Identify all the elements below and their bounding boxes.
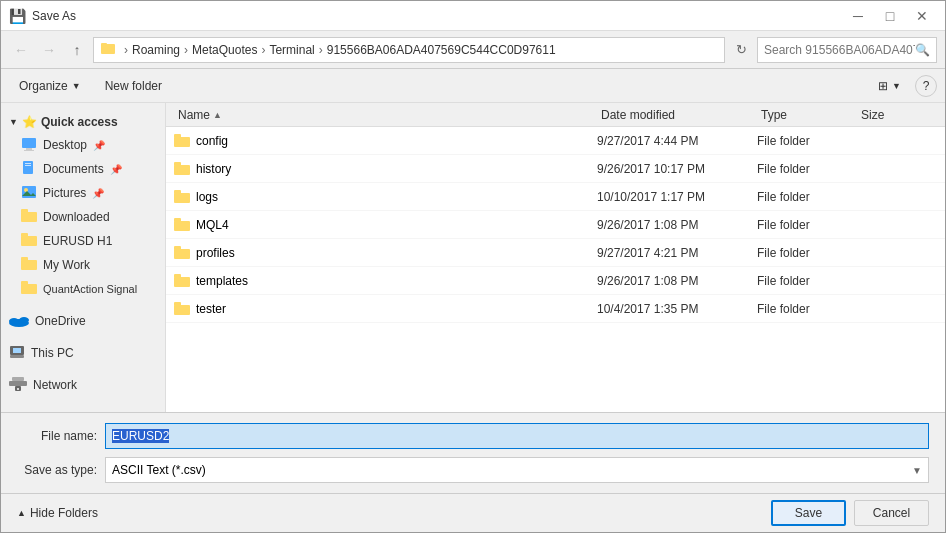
forward-button[interactable]: →	[37, 38, 61, 62]
save-label: Save	[795, 506, 822, 520]
table-row[interactable]: config 9/27/2017 4:44 PM File folder	[166, 127, 945, 155]
organize-button[interactable]: Organize ▼	[9, 73, 91, 99]
path-separator-2: ›	[184, 43, 188, 57]
sort-arrow-icon: ▲	[213, 110, 222, 120]
column-header-size[interactable]: Size	[857, 108, 937, 122]
cancel-button[interactable]: Cancel	[854, 500, 929, 526]
table-row[interactable]: tester 10/4/2017 1:35 PM File folder	[166, 295, 945, 323]
sidebar-item-network[interactable]: Network	[1, 373, 165, 397]
sidebar-item-network-label: Network	[33, 378, 77, 392]
file-name-cell: logs	[196, 190, 218, 204]
refresh-button[interactable]: ↻	[729, 38, 753, 62]
sidebar-item-downloaded[interactable]: Downloaded	[1, 205, 165, 229]
path-separator-1: ›	[124, 43, 128, 57]
path-separator-3: ›	[261, 43, 265, 57]
view-chevron-icon: ▼	[892, 81, 901, 91]
minimize-button[interactable]: ─	[843, 1, 873, 31]
folder-nav-icon	[100, 40, 116, 59]
file-type-cell: File folder	[757, 302, 857, 316]
action-row: ▲ Hide Folders Save Cancel	[1, 493, 945, 532]
svg-rect-42	[174, 302, 181, 306]
svg-rect-38	[174, 246, 181, 250]
svg-rect-11	[21, 212, 37, 222]
sidebar-item-desktop[interactable]: Desktop 📌	[1, 133, 165, 157]
svg-point-20	[9, 318, 19, 324]
save-button[interactable]: Save	[771, 500, 846, 526]
new-folder-label: New folder	[105, 79, 162, 93]
search-input[interactable]	[764, 43, 915, 57]
table-row[interactable]: templates 9/26/2017 1:08 PM File folder	[166, 267, 945, 295]
filename-label: File name:	[17, 429, 97, 443]
path-part-4: 915566BA06ADA407569C544CC0D97611	[327, 43, 556, 57]
window-title: Save As	[32, 9, 76, 23]
column-header-name[interactable]: Name ▲	[174, 108, 597, 122]
saveastype-label: Save as type:	[17, 463, 97, 477]
view-button[interactable]: ⊞ ▼	[868, 73, 911, 99]
folder-row-icon	[174, 218, 190, 231]
path-inner: › Roaming › MetaQuotes › Terminal › 9155…	[100, 40, 556, 59]
file-name-cell: history	[196, 162, 231, 176]
sidebar-item-thispc[interactable]: This PC	[1, 341, 165, 365]
file-rows-container: config 9/27/2017 4:44 PM File folder his…	[166, 127, 945, 323]
svg-rect-5	[23, 161, 33, 174]
svg-rect-27	[12, 377, 24, 381]
column-header-type[interactable]: Type	[757, 108, 857, 122]
organize-label: Organize	[19, 79, 68, 93]
folder-row-icon	[174, 190, 190, 203]
file-date-cell: 9/26/2017 1:08 PM	[597, 274, 757, 288]
filename-input[interactable]	[105, 423, 929, 449]
folder-row-icon	[174, 274, 190, 287]
saveastype-dropdown[interactable]: ASCII Text (*.csv) ▼	[105, 457, 929, 483]
sidebar-item-eurusd-label: EURUSD H1	[43, 234, 112, 248]
file-type-cell: File folder	[757, 218, 857, 232]
svg-rect-6	[25, 163, 31, 164]
up-button[interactable]: ↑	[65, 38, 89, 62]
search-box[interactable]: 🔍	[757, 37, 937, 63]
sidebar-item-documents[interactable]: Documents 📌	[1, 157, 165, 181]
column-header-date[interactable]: Date modified	[597, 108, 757, 122]
desktop-icon	[21, 136, 37, 155]
title-controls: ─ □ ✕	[843, 1, 937, 31]
svg-rect-7	[25, 165, 31, 166]
quantaction-folder-icon	[21, 281, 37, 297]
onedrive-icon	[9, 313, 29, 330]
quick-access-chevron-icon: ▼	[9, 117, 18, 127]
sidebar-item-mywork[interactable]: My Work	[1, 253, 165, 277]
table-row[interactable]: history 9/26/2017 10:17 PM File folder	[166, 155, 945, 183]
maximize-button[interactable]: □	[875, 1, 905, 31]
svg-rect-12	[21, 209, 28, 213]
help-button[interactable]: ?	[915, 75, 937, 97]
table-row[interactable]: MQL4 9/26/2017 1:08 PM File folder	[166, 211, 945, 239]
svg-rect-31	[174, 165, 190, 175]
address-path[interactable]: › Roaming › MetaQuotes › Terminal › 9155…	[93, 37, 725, 63]
address-bar: ← → ↑ › Roaming › MetaQuotes › Terminal …	[1, 31, 945, 69]
table-row[interactable]: profiles 9/27/2017 4:21 PM File folder	[166, 239, 945, 267]
svg-rect-8	[22, 186, 36, 198]
back-button[interactable]: ←	[9, 38, 33, 62]
column-name-label: Name	[178, 108, 210, 122]
hide-folders-button[interactable]: ▲ Hide Folders	[17, 506, 98, 520]
table-row[interactable]: logs 10/10/2017 1:17 PM File folder	[166, 183, 945, 211]
cancel-label: Cancel	[873, 506, 910, 520]
file-date-cell: 9/26/2017 1:08 PM	[597, 218, 757, 232]
new-folder-button[interactable]: New folder	[95, 73, 172, 99]
file-name-cell: tester	[196, 302, 226, 316]
file-type-cell: File folder	[757, 190, 857, 204]
close-button[interactable]: ✕	[907, 1, 937, 31]
sidebar-item-eurusd[interactable]: EURUSD H1	[1, 229, 165, 253]
sidebar-item-pictures[interactable]: Pictures 📌	[1, 181, 165, 205]
pin-icon: 📌	[93, 140, 105, 151]
hide-folders-label: Hide Folders	[30, 506, 98, 520]
downloaded-folder-icon	[21, 209, 37, 225]
quick-access-icon: ⭐	[22, 115, 37, 129]
svg-rect-39	[174, 277, 190, 287]
svg-rect-40	[174, 274, 181, 278]
saveastype-row: Save as type: ASCII Text (*.csv) ▼	[17, 457, 929, 483]
quick-access-header[interactable]: ▼ ⭐ Quick access	[1, 111, 165, 133]
sidebar-item-thispc-label: This PC	[31, 346, 74, 360]
sidebar-item-quantaction[interactable]: QuantAction Signal	[1, 277, 165, 301]
quick-access-label: Quick access	[41, 115, 118, 129]
svg-rect-24	[13, 348, 21, 353]
sidebar-item-onedrive[interactable]: OneDrive	[1, 309, 165, 333]
path-part-1: Roaming	[132, 43, 180, 57]
